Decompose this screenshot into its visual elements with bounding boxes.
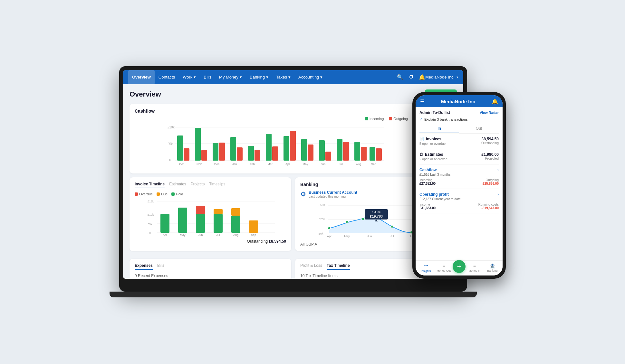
svg-rect-60 — [231, 216, 240, 233]
tab-expenses[interactable]: Expenses — [135, 263, 153, 270]
invoice-legend: Overdue Due Paid — [135, 192, 286, 196]
phone-cashflow-row: Cashflow › £1,516 Last 3 months Incoming… — [419, 168, 499, 189]
svg-text:Nov: Nov — [197, 163, 202, 166]
navbar: Overview Contacts Work ▾ Bills My Money … — [123, 70, 463, 84]
footer-money-in[interactable]: ≡ Money In — [466, 263, 484, 272]
nav-bills[interactable]: Bills — [200, 70, 215, 84]
invoices-sub: 5 open or overdue — [419, 142, 446, 145]
chevron-right-icon: › — [497, 192, 499, 197]
svg-rect-28 — [308, 145, 313, 161]
svg-rect-39 — [370, 147, 375, 161]
nav-mymoney[interactable]: My Money ▾ — [215, 70, 246, 84]
tab-out[interactable]: Out — [459, 124, 499, 133]
estimates-title: 🗒 Estimates — [419, 152, 443, 157]
tab-timeslips[interactable]: Timeslips — [209, 182, 225, 188]
bell-icon[interactable]: 🔔 — [419, 74, 425, 80]
svg-rect-31 — [325, 152, 331, 161]
nav-banking[interactable]: Banking ▾ — [246, 70, 272, 84]
svg-text:£10k: £10k — [148, 213, 154, 216]
tab-profit-loss[interactable]: Profit & Loss — [300, 263, 322, 270]
due-dot — [157, 192, 160, 196]
cashflow-title: Cashflow — [135, 108, 452, 114]
cashflow-two-col: Incoming £27,352.00 Outgoing £25,836.00 — [419, 178, 499, 185]
page-header: Overview Add new ▾ — [130, 89, 457, 99]
add-fab-button[interactable]: + — [453, 260, 466, 273]
tab-in[interactable]: In — [419, 124, 459, 133]
nav-taxes[interactable]: Taxes ▾ — [272, 70, 294, 84]
svg-text:£0: £0 — [148, 231, 151, 235]
nav-contacts[interactable]: Contacts — [155, 70, 179, 84]
legend-incoming: Incoming — [365, 117, 384, 121]
overdue-dot — [135, 192, 138, 196]
cashflow-desc: £1,516 Last 3 months — [419, 173, 499, 176]
tab-invoice-timeline[interactable]: Invoice Timeline — [135, 182, 165, 188]
invoices-title: 📄 Invoices — [419, 137, 441, 141]
outgoing-dot — [389, 117, 392, 120]
nav-accounting[interactable]: Accounting ▾ — [294, 70, 326, 84]
svg-rect-25 — [290, 131, 296, 161]
svg-text:May: May — [180, 233, 186, 237]
invoice-timeline-card: Invoice Timeline Estimates Projects Time… — [130, 177, 291, 251]
account-name[interactable]: Business Current Account — [309, 190, 357, 195]
clock-icon[interactable]: ⏱ — [409, 74, 414, 80]
svg-point-71 — [328, 227, 331, 229]
phone-estimates-row: 🗒 Estimates £1,980.00 2 open or approved… — [419, 152, 499, 164]
svg-text:Oct: Oct — [179, 163, 184, 166]
svg-rect-63 — [249, 220, 258, 233]
footer-banking[interactable]: 🏦 Banking — [484, 263, 502, 272]
paid-dot — [171, 192, 175, 196]
legend-outgoing: Outgoing — [389, 117, 408, 121]
svg-text:Dec: Dec — [214, 163, 220, 166]
svg-text:Sep: Sep — [251, 233, 256, 237]
outstanding-row: Outstanding £8,594.50 — [135, 239, 286, 244]
view-radar-link[interactable]: View Radar — [480, 111, 499, 115]
footer-money-out[interactable]: ≡ Money Out — [435, 263, 453, 272]
operating-link[interactable]: Operating profit › — [419, 192, 499, 197]
nav-user[interactable]: MediaNode Inc. ▾ — [425, 75, 458, 79]
invoices-sub-right: Outstanding — [481, 141, 499, 145]
bottom-grid: Invoice Timeline Estimates Projects Time… — [130, 177, 457, 279]
svg-rect-34 — [343, 142, 349, 161]
svg-text:£25k: £25k — [319, 218, 325, 221]
tab-bills[interactable]: Bills — [157, 263, 164, 270]
banking-icon: 🏦 — [490, 263, 495, 268]
bank-icon: ⚙ — [300, 190, 306, 198]
svg-point-75 — [391, 225, 393, 228]
phone-title: MediaNode Inc — [441, 99, 475, 104]
svg-rect-36 — [354, 142, 360, 161]
svg-rect-50 — [160, 214, 169, 233]
nav-work[interactable]: Work ▾ — [179, 70, 200, 84]
svg-text:Jul: Jul — [390, 235, 394, 238]
chevron-right-icon: › — [497, 168, 499, 172]
operating-two-col: Income £31,683.00 Running costs -£19,547… — [419, 203, 499, 210]
cashflow-link[interactable]: Cashflow › — [419, 168, 499, 172]
search-icon[interactable]: 🔍 — [397, 74, 403, 80]
svg-text:£15k: £15k — [148, 200, 154, 203]
nav-overview[interactable]: Overview — [128, 70, 155, 84]
svg-rect-52 — [178, 208, 187, 233]
menu-icon[interactable]: ☰ — [420, 98, 425, 105]
incoming-dot — [365, 117, 368, 120]
estimates-sub: 2 open or approved — [419, 157, 447, 161]
svg-text:Aug: Aug — [233, 233, 238, 237]
chevron-down-icon: ▾ — [240, 75, 242, 79]
svg-text:Mar: Mar — [267, 163, 273, 166]
svg-text:1 June: 1 June — [372, 210, 380, 214]
svg-rect-37 — [361, 147, 367, 161]
tab-tax-timeline[interactable]: Tax Timeline — [327, 263, 350, 270]
svg-text:May: May — [303, 163, 308, 166]
svg-rect-16 — [237, 147, 243, 161]
cashflow-legend: Incoming Outgoing — [135, 117, 408, 121]
footer-insights[interactable]: 〜 Insights — [417, 263, 435, 273]
money-out-icon: ≡ — [442, 263, 445, 268]
bell-icon[interactable]: 🔔 — [492, 98, 498, 105]
money-in-icon: ≡ — [473, 263, 476, 268]
tab-estimates[interactable]: Estimates — [169, 182, 186, 188]
phone-operating-row: Operating profit › £12,137 Current year … — [419, 192, 499, 213]
cashflow-chart-area: Incoming Outgoing £10k £5k — [135, 117, 408, 169]
invoices-amount: £8,594.50 — [482, 137, 499, 141]
chevron-down-icon: ▾ — [320, 75, 322, 79]
phone: ☰ MediaNode Inc 🔔 Admin To-Do list View … — [412, 92, 506, 279]
tab-projects[interactable]: Projects — [191, 182, 205, 188]
check-icon: ✓ — [419, 117, 422, 122]
